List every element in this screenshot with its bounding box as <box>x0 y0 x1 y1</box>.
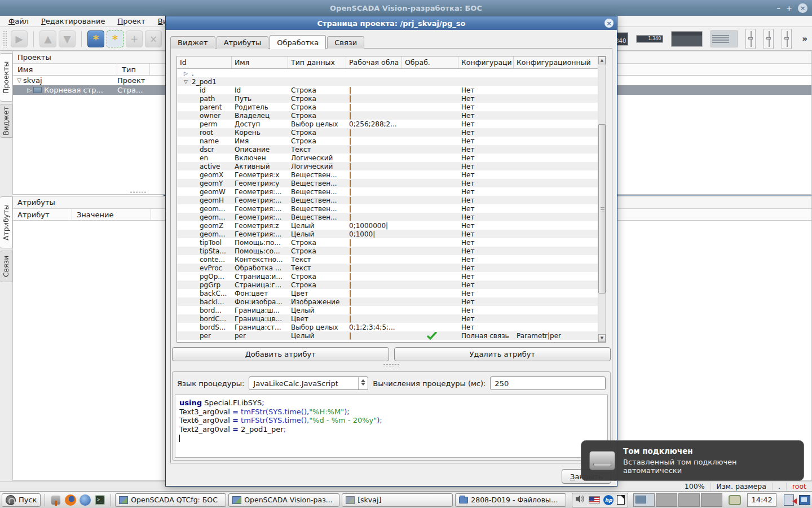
taskbar-window-button[interactable]: 2808-D019 - Файловый ... <box>455 493 566 507</box>
slider-widget-thumb[interactable] <box>745 29 756 49</box>
session-save-icon[interactable] <box>799 495 810 505</box>
save-db-icon[interactable]: ▼ <box>59 30 76 47</box>
table-row[interactable]: bord...Граница:ш...Целый|Нет <box>177 306 606 314</box>
pager-cell-3[interactable] <box>678 493 700 507</box>
attributes-col-Значение[interactable]: Значение <box>72 209 151 220</box>
expander-icon[interactable]: ▷ <box>25 87 33 93</box>
logout-icon[interactable] <box>784 494 794 506</box>
dock-tab-Связи[interactable]: Связи <box>0 251 12 282</box>
widget-library-icon[interactable]: * <box>107 30 123 47</box>
table-row[interactable]: permДоступВыбор целых0;256;288;2...Нет <box>177 120 606 128</box>
thunderbird-icon[interactable] <box>78 493 92 507</box>
table-row[interactable]: activeАктивныйЛогический|Нет <box>177 162 606 170</box>
scrollbar-thumb[interactable] <box>598 124 606 294</box>
taskbar-window-button[interactable]: OpenSCADA Vision-раз... <box>228 493 339 507</box>
table-row[interactable]: backC...Фон:цветЦвет|Нет <box>177 289 606 297</box>
menu-item-Проект[interactable]: Проект <box>111 16 151 27</box>
table-row[interactable]: geom...Геометрия:...Целый0;1000|Нет <box>177 230 606 238</box>
table-row[interactable]: ▷. <box>177 69 606 77</box>
table-header-Рабочая обла[interactable]: Рабочая обла <box>346 56 402 68</box>
table-row[interactable]: geomYГеометрия:yВеществен...|Нет <box>177 179 606 187</box>
table-row[interactable]: evProcОбработка ...Текст|Нет <box>177 264 606 272</box>
delete-widget-icon[interactable]: × <box>145 30 162 47</box>
dock-splitter[interactable] <box>130 190 147 194</box>
scroll-down-icon[interactable]: ▼ <box>598 334 606 342</box>
scroll-up-icon[interactable]: ▲ <box>598 56 606 64</box>
procedure-code-editor[interactable]: using Special.FLibSYS;Text3_arg0val = tm… <box>175 395 608 458</box>
table-row[interactable]: pgOp...Страница:и...Строка|Нет <box>177 272 606 281</box>
dock-tab-Атрибуты[interactable]: Атрибуты <box>0 196 12 248</box>
pager-cell-4[interactable] <box>701 493 722 507</box>
procedure-language-select[interactable]: JavaLikeCalc.JavaScript <box>249 376 368 390</box>
table-row[interactable]: . <box>177 340 606 343</box>
table-row[interactable]: backI...Фон:изобра...Изображение|Нет <box>177 297 606 306</box>
table-header-Id[interactable]: Id <box>177 56 232 68</box>
tab-Обработка[interactable]: Обработка <box>270 35 326 49</box>
table-header-Тип данных[interactable]: Тип данных <box>288 56 346 68</box>
document-icon[interactable] <box>617 495 625 505</box>
close-button[interactable]: × <box>798 3 807 13</box>
projects-col-Имя[interactable]: Имя <box>13 64 117 75</box>
table-row[interactable]: geomXГеометрия:xВеществен...|Нет <box>177 170 606 179</box>
tab-Связи[interactable]: Связи <box>327 36 364 49</box>
slider-widget-thumb[interactable] <box>782 29 792 49</box>
tool-icon[interactable] <box>49 493 63 507</box>
show-desktop-icon[interactable] <box>729 495 741 505</box>
minimize-button[interactable]: – <box>777 4 781 12</box>
table-row[interactable]: pgGrpСтраница:г...Строка|Нет <box>177 281 606 289</box>
start-button[interactable]: Пуск <box>2 493 41 507</box>
attributes-col-Атрибут[interactable]: Атрибут <box>13 209 72 220</box>
calc-period-input[interactable]: 250 <box>490 376 606 390</box>
table-row[interactable]: tipSta...Помощь:со...Строка|Нет <box>177 247 606 255</box>
pager-cell-1[interactable] <box>633 493 655 507</box>
firefox-icon[interactable] <box>64 493 77 507</box>
vertical-scrollbar[interactable]: ▲ ▼ <box>598 56 606 342</box>
table-row[interactable]: geomWГеометрия:...Веществен...|Нет <box>177 187 606 196</box>
toolbar-overflow-icon[interactable]: » <box>800 34 810 44</box>
dialog-close-icon[interactable]: × <box>604 19 614 28</box>
dialog-splitter[interactable] <box>383 364 400 367</box>
dock-tab-Проекты[interactable]: Проекты <box>0 53 12 102</box>
taskbar-window-button[interactable]: [skvaj] <box>342 493 453 507</box>
attributes-table[interactable]: IdИмяТип данныхРабочая облаОбраб.Конфигу… <box>176 56 606 343</box>
table-row[interactable]: geom...Геометрия:...Веществен...|Нет <box>177 204 606 213</box>
tab-Виджет[interactable]: Виджет <box>170 36 215 49</box>
notification-popup[interactable]: Том подключен Вставленный том подключен … <box>581 440 804 481</box>
list-widget-thumb[interactable] <box>710 30 738 47</box>
table-row[interactable]: parentРодительСтрока|Нет <box>177 103 606 111</box>
slider-widget-thumb[interactable] <box>764 29 774 49</box>
table-header-Конфигурационный[interactable]: Конфигурационный <box>514 56 600 68</box>
panel-widget-thumb[interactable] <box>671 31 703 47</box>
table-row[interactable]: idIdСтрока|Нет <box>177 86 606 94</box>
maximize-button[interactable]: + <box>786 4 792 12</box>
table-row[interactable]: conte...Контекстно...Текст|Нет <box>177 255 606 264</box>
load-db-icon[interactable]: ▲ <box>39 30 56 47</box>
table-row[interactable]: geomZГеометрия:zЦелый0;1000000|Нет <box>177 221 606 230</box>
speaker-icon[interactable] <box>575 494 585 505</box>
table-row[interactable]: ownerВладелецСтрока|Нет <box>177 111 606 120</box>
table-row[interactable]: nameИмяСтрока|Нет <box>177 137 606 145</box>
taskbar-window-button[interactable]: OpenSCADA QTCfg: БОС <box>115 493 226 507</box>
spinner-icons[interactable] <box>358 377 368 389</box>
table-row[interactable]: bordS...Граница:ст...Выбор целых0;1;2;3;… <box>177 323 606 331</box>
table-row[interactable]: pathПутьСтрока|Нет <box>177 94 606 103</box>
pager-cell-2[interactable] <box>656 493 677 507</box>
lcd-small-widget-thumb[interactable]: 1.340 <box>636 35 663 43</box>
table-row[interactable]: geom...Геометрия:...Веществен...|Нет <box>177 213 606 221</box>
expander-icon[interactable]: ▽ <box>180 79 189 85</box>
table-row[interactable]: bordC...Граница:цв...Цвет|Нет <box>177 314 606 323</box>
table-header-Имя[interactable]: Имя <box>232 56 288 68</box>
table-row[interactable]: dscrОписаниеТекст|Нет <box>177 145 606 154</box>
table-row[interactable]: rootКореньСтрока|Нет <box>177 128 606 137</box>
tab-Атрибуты[interactable]: Атрибуты <box>217 36 269 49</box>
new-widget-icon[interactable]: * <box>87 30 104 47</box>
table-header-Обраб.[interactable]: Обраб. <box>402 56 458 68</box>
window-titlebar[interactable]: OpenSCADA Vision-разработка: БОС – + × <box>0 0 812 16</box>
remove-attribute-button[interactable]: Удалить атрибут <box>394 347 611 361</box>
add-widget-icon[interactable]: + <box>126 30 143 47</box>
hp-icon[interactable]: hp <box>603 495 614 505</box>
table-header-Конфигураци[interactable]: Конфигураци <box>458 56 514 68</box>
table-row[interactable]: geomHГеометрия:...Веществен...|Нет <box>177 196 606 204</box>
toolbar-drag-handle[interactable] <box>3 30 7 47</box>
expander-icon[interactable]: ▷ <box>180 71 189 76</box>
